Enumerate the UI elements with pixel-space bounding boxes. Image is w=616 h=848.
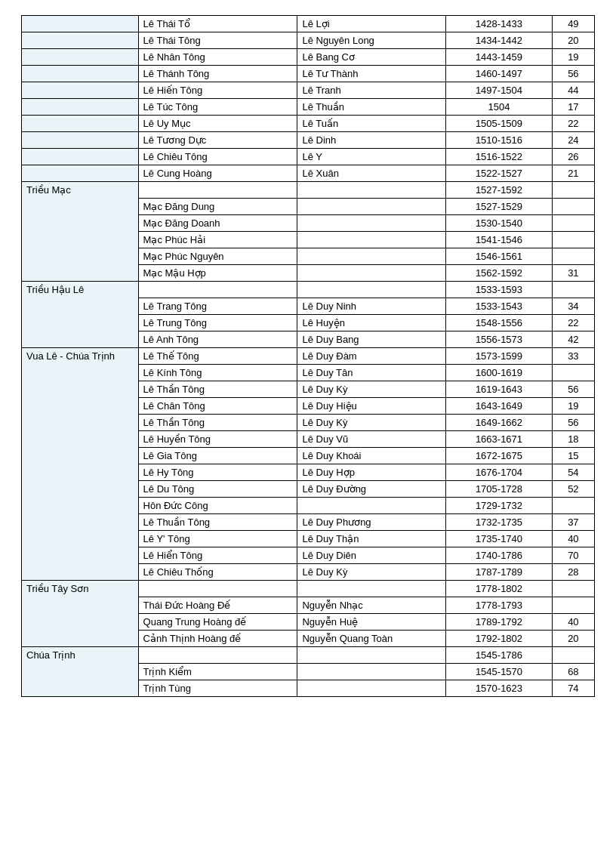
age-cell: 19: [552, 49, 594, 66]
ruler-title-cell: Lê Thế Tông: [138, 348, 297, 365]
ruler-name-cell: Lê Duy Đường: [297, 481, 446, 498]
ruler-title-cell: Trịnh Tùng: [138, 680, 297, 697]
age-cell: [552, 597, 594, 614]
ruler-title-cell: Lê Trang Tông: [138, 298, 297, 315]
years-cell: 1505-1509: [446, 116, 553, 132]
dynasty-cell: [22, 132, 139, 149]
ruler-name-cell: [297, 215, 446, 232]
table-row: Lê Túc TôngLê Thuần150417: [22, 99, 595, 116]
years-cell: 1460-1497: [446, 66, 553, 82]
ruler-title-cell: Lê Thái Tổ: [138, 16, 297, 32]
ruler-title-cell: [138, 182, 297, 199]
age-cell: 42: [552, 331, 594, 348]
ruler-name-cell: Nguyễn Nhạc: [297, 597, 446, 614]
years-cell: 1497-1504: [446, 82, 553, 99]
table-row: Triều Mạc1527-1592: [22, 182, 595, 199]
age-cell: 26: [552, 149, 594, 165]
years-cell: 1732-1735: [446, 514, 553, 531]
ruler-name-cell: [297, 199, 446, 215]
table-row: Lê Thái TôngLê Nguyên Long1434-144220: [22, 32, 595, 49]
age-cell: [552, 182, 594, 199]
age-cell: 28: [552, 564, 594, 581]
dynasty-cell: Triều Hậu Lê: [22, 282, 139, 348]
age-cell: 49: [552, 16, 594, 32]
age-cell: 40: [552, 614, 594, 631]
age-cell: 19: [552, 398, 594, 415]
ruler-title-cell: Lê Nhân Tông: [138, 49, 297, 66]
ruler-title-cell: Lê Hiển Tông: [138, 547, 297, 564]
table-row: Lê Hiến TôngLê Tranh1497-150444: [22, 82, 595, 99]
years-cell: 1527-1529: [446, 199, 553, 215]
age-cell: [552, 498, 594, 514]
ruler-title-cell: [138, 647, 297, 664]
ruler-title-cell: Lê Thần Tông: [138, 381, 297, 398]
ruler-name-cell: [297, 498, 446, 514]
ruler-name-cell: Lê Duy Tân: [297, 365, 446, 381]
ruler-title-cell: Lê Hy Tông: [138, 464, 297, 481]
ruler-name-cell: Lê Y: [297, 149, 446, 165]
age-cell: 20: [552, 631, 594, 647]
ruler-title-cell: Lê Huyền Tông: [138, 431, 297, 448]
age-cell: [552, 365, 594, 381]
age-cell: 68: [552, 664, 594, 680]
years-cell: 1533-1543: [446, 298, 553, 315]
ruler-title-cell: Lê Tương Dực: [138, 132, 297, 149]
ruler-name-cell: [297, 581, 446, 597]
age-cell: 56: [552, 381, 594, 398]
dynasty-cell: [22, 16, 139, 32]
ruler-name-cell: Lê Duy Hợp: [297, 464, 446, 481]
age-cell: [552, 282, 594, 298]
ruler-name-cell: Lê Duy Vũ: [297, 431, 446, 448]
ruler-title-cell: [138, 282, 297, 298]
years-cell: 1778-1802: [446, 581, 553, 597]
ruler-title-cell: Lê Thái Tông: [138, 32, 297, 49]
dynasty-cell: Chúa Trịnh: [22, 647, 139, 697]
years-cell: 1705-1728: [446, 481, 553, 498]
table-row: Lê Thái TổLê Lợi1428-143349: [22, 16, 595, 32]
years-cell: 1533-1593: [446, 282, 553, 298]
dynasty-cell: Triều Tây Sơn: [22, 581, 139, 647]
dynasty-cell: [22, 32, 139, 49]
years-cell: 1789-1792: [446, 614, 553, 631]
ruler-name-cell: Lê Tranh: [297, 82, 446, 99]
dynasty-cell: [22, 116, 139, 132]
ruler-title-cell: Lê Túc Tông: [138, 99, 297, 116]
dynasty-cell: [22, 165, 139, 182]
years-cell: 1663-1671: [446, 431, 553, 448]
age-cell: 21: [552, 165, 594, 182]
table-row: Triều Tây Sơn1778-1802: [22, 581, 595, 597]
years-cell: 1778-1793: [446, 597, 553, 614]
age-cell: [552, 199, 594, 215]
table-row: Lê Nhân TôngLê Bang Cơ1443-145919: [22, 49, 595, 66]
ruler-title-cell: Mạc Phúc Hải: [138, 232, 297, 248]
ruler-name-cell: Lê Duy Kỳ: [297, 381, 446, 398]
years-cell: 1740-1786: [446, 547, 553, 564]
ruler-title-cell: [138, 581, 297, 597]
ruler-name-cell: Lê Duy Ninh: [297, 298, 446, 315]
years-cell: 1649-1662: [446, 415, 553, 431]
ruler-name-cell: [297, 647, 446, 664]
years-cell: 1573-1599: [446, 348, 553, 365]
ruler-name-cell: Lê Bang Cơ: [297, 49, 446, 66]
years-cell: 1530-1540: [446, 215, 553, 232]
ruler-title-cell: Lê Uy Mục: [138, 116, 297, 132]
ruler-title-cell: Quang Trung Hoàng đế: [138, 614, 297, 631]
ruler-title-cell: Lê Thần Tông: [138, 415, 297, 431]
ruler-title-cell: Lê Trung Tông: [138, 315, 297, 331]
ruler-name-cell: Lê Xuân: [297, 165, 446, 182]
table-row: Chúa Trịnh1545-1786: [22, 647, 595, 664]
ruler-name-cell: Nguyễn Quang Toàn: [297, 631, 446, 647]
ruler-title-cell: Hôn Đức Công: [138, 498, 297, 514]
years-cell: 1619-1643: [446, 381, 553, 398]
age-cell: [552, 647, 594, 664]
age-cell: [552, 248, 594, 265]
ruler-title-cell: Lê Chiêu Thống: [138, 564, 297, 581]
age-cell: 70: [552, 547, 594, 564]
years-cell: 1600-1619: [446, 365, 553, 381]
age-cell: 40: [552, 531, 594, 547]
years-cell: 1541-1546: [446, 232, 553, 248]
age-cell: 22: [552, 315, 594, 331]
ruler-name-cell: Lê Huyện: [297, 315, 446, 331]
ruler-name-cell: Lê Dinh: [297, 132, 446, 149]
years-cell: 1729-1732: [446, 498, 553, 514]
